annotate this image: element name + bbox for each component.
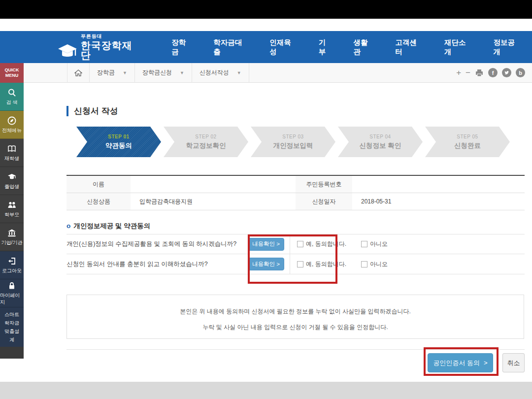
blog-icon[interactable]: b — [516, 68, 525, 77]
quick-menu-sidebar: QUICK MENU 검 색 전체메뉴 재학생 졸업생 학부모 기업/기관 로그… — [0, 63, 24, 359]
view-content-button[interactable]: 내용확인 > — [248, 258, 284, 270]
breadcrumb-scholarship[interactable]: 장학금 ▼ — [90, 63, 135, 83]
nav-scholarship[interactable]: 장학금 — [161, 31, 203, 63]
twitter-icon[interactable] — [502, 68, 511, 77]
sidebar-item-parents[interactable]: 학부모 — [0, 195, 24, 223]
checkbox-no[interactable] — [361, 261, 367, 267]
agreement-choices: 예, 동의합니다. 아니오 — [290, 254, 388, 274]
quick-menu-header: QUICK MENU — [0, 63, 24, 83]
declaration-line-2: 누락 및 사실 아닌 내용 입력으로 신청이 거절 될 수 있음을 인정합니다. — [67, 323, 524, 332]
agreement-row-guide: 신청인 동의서 안내를 충분히 읽고 이해하셨습니까? 내용확인 > 예, 동의… — [66, 254, 525, 274]
page-title: 신청서 작성 — [66, 106, 118, 116]
book-icon — [7, 144, 17, 154]
checkbox-yes[interactable] — [297, 261, 303, 267]
product-value: 입학금감축대응지원 — [131, 193, 296, 210]
table-row: 신청상품 입학금감축대응지원 신청일자 2018-05-31 — [66, 193, 525, 210]
logout-icon — [7, 256, 17, 266]
main-content: 신청서 작성 STEP 01 약관동의 STEP 02 학교정보확인 STEP … — [24, 83, 532, 382]
rrn-label: 주민등록번호 — [296, 176, 352, 193]
compass-icon — [7, 116, 17, 126]
checkbox-yes[interactable] — [297, 241, 303, 247]
top-black-bar — [0, 0, 532, 19]
product-label: 신청상품 — [66, 193, 131, 210]
nav-talent[interactable]: 인재육성 — [259, 31, 308, 63]
agree-no-option[interactable]: 아니오 — [361, 240, 388, 248]
sidebar-item-logout[interactable]: 로그아웃 — [0, 251, 24, 279]
sidebar-item-smart-aid-planner[interactable]: 스마트 학자금 맞춤설계 — [0, 307, 24, 347]
applicant-info-table: 이름 주민등록번호 신청상품 입학금감축대응지원 신청일자 2018-05-31 — [66, 175, 525, 210]
table-row: 이름 주민등록번호 — [66, 176, 525, 193]
graduation-cap-logo-icon — [57, 43, 78, 60]
facebook-icon[interactable]: f — [488, 68, 498, 77]
bank-icon — [7, 228, 17, 238]
agreement-table: 개인(신용)정보의 수집제공활용 및 조회에 동의 하시겠습니까? 내용확인 >… — [66, 234, 525, 274]
print-icon[interactable] — [475, 68, 484, 77]
nav-donation[interactable]: 기부 — [308, 31, 343, 63]
sidebar-item-enrolled-student[interactable]: 재학생 — [0, 139, 24, 167]
declaration-line-1: 본인은 위 내용에 동의하며 신청서에 필요한 정보를 누락 없이 사실만을 입… — [67, 307, 524, 316]
footer-bar — [0, 382, 532, 399]
name-value — [131, 176, 296, 193]
agreement-question: 신청인 동의서 안내를 충분히 읽고 이해하셨습니까? — [66, 260, 248, 268]
logo-title: 한국장학재단 — [81, 40, 142, 60]
date-value: 2018-05-31 — [352, 193, 525, 210]
chevron-right-icon: > — [484, 359, 488, 366]
breadcrumb: 장학금 ▼ 장학금신청 ▼ 신청서작성 ▼ + − f b — [24, 63, 532, 83]
chevron-down-icon: ▼ — [123, 70, 127, 75]
certificate-agree-button[interactable]: 공인인증서 동의 > — [428, 353, 493, 372]
main-nav: 장학금 학자금대출 인재육성 기부 생활관 고객센터 재단소개 정보공개 — [161, 31, 532, 63]
divider — [66, 349, 525, 350]
nav-customer-center[interactable]: 고객센터 — [385, 31, 434, 63]
step-02-school-info: STEP 02 학교정보확인 — [164, 127, 248, 157]
sidebar-item-all-menu[interactable]: 전체메뉴 — [0, 111, 24, 139]
name-label: 이름 — [66, 176, 131, 193]
declaration-box: 본인은 위 내용에 동의하며 신청서에 필요한 정보를 누락 없이 사실만을 입… — [66, 295, 524, 339]
cancel-button[interactable]: 취소 — [502, 353, 525, 372]
search-icon — [7, 88, 17, 98]
graduation-cap-icon — [7, 172, 17, 182]
site-logo[interactable]: 푸른등대 한국장학재단 — [57, 34, 142, 60]
site-header: 푸른등대 한국장학재단 장학금 학자금대출 인재육성 기부 생활관 고객센터 재… — [0, 31, 532, 63]
agreement-section-title: o개인정보제공 및 약관동의 — [66, 222, 150, 231]
nav-info-disclosure[interactable]: 정보공개 — [483, 31, 532, 63]
date-label: 신청일자 — [296, 193, 352, 210]
view-content-button[interactable]: 내용확인 > — [248, 238, 284, 251]
step-04-confirm-info: STEP 04 신청정보 확인 — [338, 127, 423, 157]
step-05-complete: STEP 05 신청완료 — [425, 127, 510, 157]
home-button[interactable] — [67, 63, 90, 83]
agreement-choices: 예, 동의합니다. 아니오 — [290, 234, 388, 254]
font-zoom-in-button[interactable]: + — [456, 68, 461, 77]
page-tools: + − f b — [456, 68, 525, 77]
agree-yes-option[interactable]: 예, 동의합니다. — [297, 240, 346, 248]
nav-dormitory[interactable]: 생활관 — [343, 31, 385, 63]
logo-subtitle: 푸른등대 — [81, 34, 142, 39]
chevron-down-icon: ▼ — [180, 70, 184, 75]
checkbox-no[interactable] — [361, 241, 367, 247]
nav-about[interactable]: 재단소개 — [434, 31, 483, 63]
agree-no-option[interactable]: 아니오 — [361, 260, 388, 268]
sidebar-item-mypage[interactable]: 마이페이지 — [0, 279, 24, 307]
step-03-personal-info: STEP 03 개인정보입력 — [251, 127, 335, 157]
sidebar-item-graduate[interactable]: 졸업생 — [0, 167, 24, 195]
step-indicator: STEP 01 약관동의 STEP 02 학교정보확인 STEP 03 개인정보… — [76, 127, 510, 157]
step-01-terms-agreement: STEP 01 약관동의 — [76, 127, 161, 157]
agreement-row-privacy: 개인(신용)정보의 수집제공활용 및 조회에 동의 하시겠습니까? 내용확인 >… — [66, 234, 525, 254]
breadcrumb-application-form[interactable]: 신청서작성 ▼ — [192, 63, 249, 83]
nav-student-loan[interactable]: 학자금대출 — [203, 31, 259, 63]
sidebar-item-search[interactable]: 검 색 — [0, 83, 24, 111]
agreement-question: 개인(신용)정보의 수집제공활용 및 조회에 동의 하시겠습니까? — [66, 240, 248, 248]
agree-yes-option[interactable]: 예, 동의합니다. — [297, 260, 346, 268]
rrn-value — [352, 176, 525, 193]
parents-icon — [7, 200, 17, 210]
sidebar-item-corporation[interactable]: 기업/기관 — [0, 223, 24, 251]
sidebar-footer-stub — [0, 347, 24, 359]
chevron-down-icon: ▼ — [237, 70, 241, 75]
bullet-icon: o — [66, 222, 70, 230]
breadcrumb-scholarship-apply[interactable]: 장학금신청 ▼ — [135, 63, 192, 83]
lock-icon — [7, 281, 17, 291]
font-zoom-out-button[interactable]: − — [466, 68, 470, 77]
home-icon — [74, 69, 82, 77]
